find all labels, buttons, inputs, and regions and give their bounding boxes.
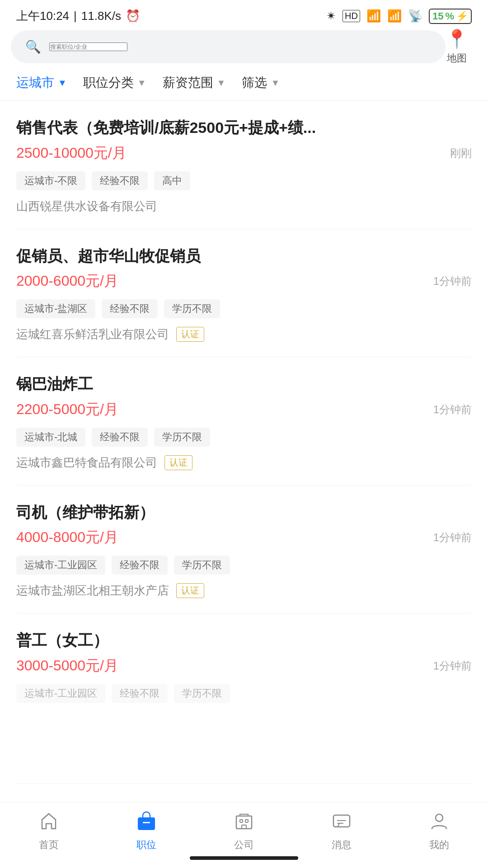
job-salary-row: 2500-10000元/月 刚刚	[16, 143, 472, 163]
separator: |	[74, 9, 77, 23]
nav-message[interactable]: 消息	[314, 811, 369, 852]
company-name: 运城红喜乐鲜活乳业有限公司	[16, 326, 169, 342]
job-tag: 学历不限	[174, 684, 230, 703]
job-salary-row: 4000-8000元/月 1分钟前	[16, 528, 472, 547]
filter-city-label: 运城市	[16, 74, 54, 91]
nav-home-label: 首页	[39, 838, 59, 852]
search-input[interactable]	[49, 42, 127, 51]
battery: 15 % ⚡	[429, 9, 472, 24]
job-time: 1分钟前	[433, 274, 472, 288]
job-title: 锅巴油炸工	[16, 373, 472, 395]
mine-icon	[429, 811, 450, 835]
job-time: 1分钟前	[433, 659, 472, 673]
job-tag: 经验不限	[112, 684, 168, 703]
nav-jobs[interactable]: 职位	[119, 811, 174, 852]
filter-screen[interactable]: 筛选 ▼	[242, 74, 296, 91]
filter-category[interactable]: 职位分类 ▼	[83, 74, 163, 91]
company-row: 山西锐星供水设备有限公司	[16, 198, 472, 214]
search-input-wrap[interactable]: 🔍	[11, 30, 446, 63]
job-salary-row: 2200-5000元/月 1分钟前	[16, 400, 472, 420]
filter-screen-label: 筛选	[242, 74, 267, 91]
status-right: ✴ HD 📶 📶 📡 15 % ⚡	[326, 9, 472, 24]
job-salary: 2200-5000元/月	[16, 400, 118, 420]
status-left: 上午10:24 | 11.8K/s ⏰	[16, 8, 140, 24]
company-name: 运城市鑫巴特食品有限公司	[16, 455, 157, 471]
job-salary: 3000-5000元/月	[16, 656, 118, 676]
time: 上午10:24	[16, 8, 69, 24]
filter-bar: 运城市 ▼ 职位分类 ▼ 薪资范围 ▼ 筛选 ▼	[0, 65, 488, 101]
company-icon	[234, 811, 254, 835]
speed: 11.8K/s	[81, 9, 121, 23]
job-title: 普工（女工）	[16, 630, 472, 651]
job-tag: 经验不限	[92, 171, 148, 190]
job-salary: 2000-6000元/月	[16, 271, 118, 291]
job-card[interactable]: 锅巴油炸工 2200-5000元/月 1分钟前 运城市-北城 经验不限 学历不限…	[16, 357, 472, 486]
home-indicator	[190, 856, 298, 864]
job-salary-row: 3000-5000元/月 1分钟前	[16, 656, 472, 676]
job-card[interactable]: 司机（维护带拓新） 4000-8000元/月 1分钟前 运城市-工业园区 经验不…	[16, 486, 472, 614]
job-tags: 运城市-工业园区 经验不限 学历不限	[16, 556, 472, 575]
job-tag: 运城市-不限	[16, 171, 85, 190]
nav-mine-label: 我的	[429, 838, 449, 852]
filter-city[interactable]: 运城市 ▼	[16, 74, 83, 91]
wifi-icon: 📡	[408, 9, 422, 23]
filter-salary[interactable]: 薪资范围 ▼	[163, 74, 242, 91]
verified-badge: 认证	[176, 327, 204, 342]
job-tags: 运城市-盐湖区 经验不限 学历不限	[16, 299, 472, 318]
job-tag: 运城市-北城	[16, 428, 85, 447]
filter-salary-label: 薪资范围	[163, 74, 213, 91]
job-salary-row: 2000-6000元/月 1分钟前	[16, 271, 472, 291]
svg-rect-1	[138, 818, 155, 830]
verified-badge: 认证	[164, 455, 192, 470]
job-tag: 经验不限	[102, 299, 158, 318]
job-tag: 运城市-工业园区	[16, 684, 105, 703]
company-row: 运城市鑫巴特食品有限公司 认证	[16, 455, 472, 471]
map-button[interactable]: 📍 地图	[446, 28, 468, 65]
map-icon: 📍	[446, 28, 468, 50]
job-card[interactable]: 促销员、超市华山牧促销员 2000-6000元/月 1分钟前 运城市-盐湖区 经…	[16, 229, 472, 358]
company-name: 山西锐星供水设备有限公司	[16, 198, 157, 214]
svg-rect-2	[143, 822, 150, 823]
chevron-down-icon: ▼	[137, 78, 146, 88]
hd-badge: HD	[343, 10, 360, 22]
alarm-icon: ⏰	[126, 9, 140, 23]
job-tag: 运城市-工业园区	[16, 556, 105, 575]
job-time: 1分钟前	[433, 402, 472, 417]
nav-jobs-label: 职位	[136, 838, 156, 852]
job-tags: 运城市-不限 经验不限 高中	[16, 171, 472, 190]
chevron-down-icon: ▼	[58, 78, 67, 88]
job-tags: 运城市-北城 经验不限 学历不限	[16, 428, 472, 447]
company-row: 运城红喜乐鲜活乳业有限公司 认证	[16, 326, 472, 342]
svg-rect-5	[245, 820, 248, 822]
search-row: 🔍 📍 地图	[11, 28, 477, 65]
job-time: 1分钟前	[433, 530, 472, 545]
jobs-icon	[136, 811, 157, 835]
job-tag: 学历不限	[174, 556, 230, 575]
filter-category-label: 职位分类	[83, 74, 134, 91]
home-icon	[38, 811, 59, 835]
message-icon	[331, 811, 352, 835]
job-card[interactable]: 销售代表（免费培训/底薪2500元+提成+绩... 2500-10000元/月 …	[16, 101, 472, 229]
status-bar: 上午10:24 | 11.8K/s ⏰ ✴ HD 📶 📶 📡 15 % ⚡	[0, 0, 488, 28]
job-tag: 学历不限	[154, 428, 210, 447]
nav-home[interactable]: 首页	[22, 811, 76, 852]
job-title: 销售代表（免费培训/底薪2500元+提成+绩...	[16, 117, 472, 139]
job-tag: 高中	[154, 171, 190, 190]
bluetooth-icon: ✴	[326, 9, 336, 23]
search-icon: 🔍	[25, 39, 41, 54]
chevron-down-icon: ▼	[217, 78, 226, 88]
svg-rect-4	[240, 820, 243, 822]
nav-company[interactable]: 公司	[217, 811, 271, 852]
nav-mine[interactable]: 我的	[412, 811, 466, 852]
job-card[interactable]: 普工（女工） 3000-5000元/月 1分钟前 运城市-工业园区 经验不限 学…	[16, 613, 472, 784]
signal-icon: 📶	[366, 9, 381, 23]
job-tag: 学历不限	[164, 299, 220, 318]
job-list: 销售代表（免费培训/底薪2500元+提成+绩... 2500-10000元/月 …	[0, 101, 488, 784]
svg-rect-3	[236, 816, 252, 829]
job-tag: 经验不限	[112, 556, 168, 575]
job-salary: 4000-8000元/月	[16, 528, 118, 547]
signal2-icon: 📶	[387, 9, 402, 23]
nav-company-label: 公司	[234, 838, 254, 852]
job-time: 刚刚	[450, 146, 472, 160]
job-tags: 运城市-工业园区 经验不限 学历不限	[16, 684, 472, 703]
